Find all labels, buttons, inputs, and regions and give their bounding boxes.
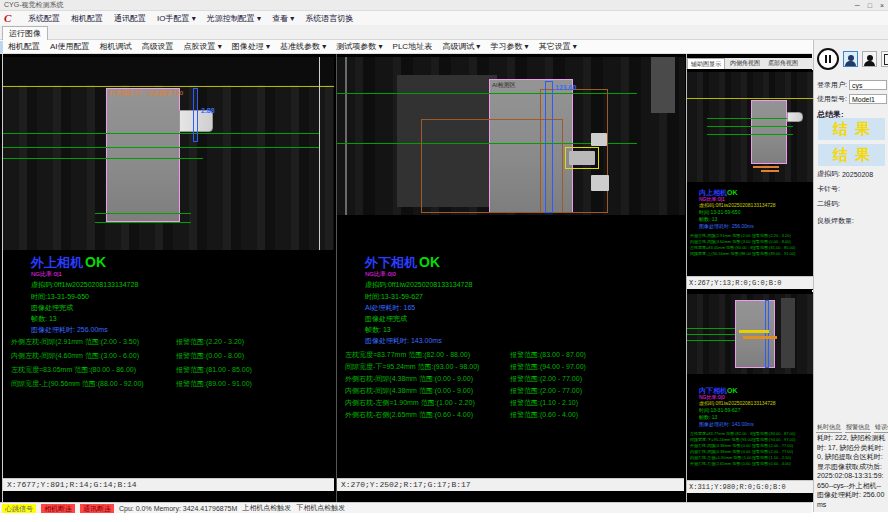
menu-language-switch[interactable]: 系统语言切换 xyxy=(305,13,353,24)
virtual-code-value: 20250208 xyxy=(842,171,873,178)
virtual-code-line: 虚拟码:0ff1iw20250208133134728 xyxy=(31,280,138,290)
comm-alarm-badge: 通讯断连 xyxy=(80,504,114,513)
menu-io-config[interactable]: IO手配置 ▾ xyxy=(157,13,196,24)
admin-user-button[interactable] xyxy=(862,51,877,67)
bottom-camera-trigger[interactable]: 下相机点检触发 xyxy=(296,503,345,513)
measurement-text: 间隙宽度-下=95.24mm 范围:(93.00 - 98.00) xyxy=(345,362,510,374)
measurement-row: 左枕宽度=83.05mm 范围:(80.00 - 86.00) 报警范围:(81… xyxy=(11,365,332,379)
preview-tab-strip: 辅助图显示 内侧角视图 底部角视图 xyxy=(687,58,813,69)
tab-inner-corner-view[interactable]: 内侧角视图 xyxy=(727,58,763,69)
measurement-row: 外侧右枕-右侧(2.65mm 范围:(0.60 - 4.00) 报警范围:(0.… xyxy=(345,410,682,422)
logout-button[interactable] xyxy=(881,51,888,67)
tab-timing-info[interactable]: 耗时信息 xyxy=(816,423,842,433)
inspected-part-region xyxy=(751,100,787,164)
tool-camera-config[interactable]: 相机配置 xyxy=(8,41,40,52)
inspected-part-region xyxy=(735,300,775,368)
alarm-range-text: 报警范围:(83.00 - 87.00) xyxy=(510,350,682,362)
measurement-row: 内侧右枕-左侧=1.90mm 范围:(1.00 - 2.20) 报警范围:(1.… xyxy=(345,398,682,410)
yellow-marker xyxy=(739,330,769,333)
time-line: 时间:13-31-59-650 xyxy=(31,292,89,302)
measurement-row: 外侧右枕-右侧(2.65mm 范围:(0.60 - 4.00)报警范围:(0.6… xyxy=(690,461,812,467)
menu-comm-config[interactable]: 通讯配置 xyxy=(114,13,146,24)
connector-part xyxy=(787,112,803,122)
tool-image-processing[interactable]: 图像处理 ▾ xyxy=(232,41,270,52)
measurement-row: 内侧左枕-间隙(4.60mm 范围:(3.00 - 6.00) 报警范围:(0.… xyxy=(11,351,332,365)
process-done-line: 图像处理完成 xyxy=(31,303,73,313)
heartbeat-badge: 心跳信号 xyxy=(2,504,36,513)
panel-outer-bottom-camera: AI检测区 123.60 外下相机OK NG比率:0|0 虚拟码:0ff1iw2 xyxy=(336,54,684,502)
tab-bottom-corner-view[interactable]: 底部角视图 xyxy=(765,58,801,69)
green-baseline xyxy=(3,158,203,159)
green-baseline xyxy=(707,134,793,135)
ng-ratio-note: NG比率:0|1 xyxy=(31,270,62,279)
good-board-count-label: 良板焊数量: xyxy=(817,216,854,226)
tab-alarm-info[interactable]: 报警信息 xyxy=(845,423,871,433)
measurement-text: 间隙宽度-上(90.56mm 范围:(88.00 - 92.00) xyxy=(11,379,176,393)
model-value[interactable]: Model1 xyxy=(849,94,887,104)
green-baseline xyxy=(707,126,793,127)
pause-button[interactable] xyxy=(817,48,839,70)
tab-strip: 运行图像 xyxy=(0,25,888,40)
tool-ai-config[interactable]: AI使用配置 xyxy=(50,41,90,52)
alarm-range-text: 报警范围:(2.20 - 3.20) xyxy=(176,337,332,351)
sidebar-buttons xyxy=(817,48,888,70)
tab-aux-view[interactable]: 辅助图显示 xyxy=(687,58,725,69)
preview-inner-bottom: 内下相机OK NG比率:0|0 虚拟码:0ff1iw20250208133134… xyxy=(687,292,813,502)
ai-region-label: AI检测区 xyxy=(492,81,516,90)
camera-viewport-outer-top[interactable]: 2.88 灯光阈值:93，动态阈值:100 xyxy=(3,57,334,250)
model-field: 使用型号: Model1 xyxy=(817,94,887,104)
measurement-row: 左枕宽度=83.77mm 范围:(82.00 - 88.00) 报警范围:(83… xyxy=(345,350,682,362)
elapsed-line: 图像处理耗时: 256.00ms xyxy=(699,223,754,229)
menu-light-config[interactable]: 光源控制配置 ▾ xyxy=(207,13,261,24)
camera-viewport-inner-top[interactable] xyxy=(687,72,813,182)
panel-outer-top-camera: 2.88 灯光阈值:93，动态阈值:100 外上相机OK NG比率:0|1 虚拟… xyxy=(2,54,334,502)
tool-test-params[interactable]: 测试项参数 ▾ xyxy=(336,41,382,52)
tool-learning-params[interactable]: 学习参数 ▾ xyxy=(490,41,528,52)
tool-plc-address-table[interactable]: PLC地址表 xyxy=(393,41,433,52)
tool-advanced-debug[interactable]: 高级调试 ▾ xyxy=(442,41,480,52)
process-done-line: 图像处理完成 xyxy=(365,314,407,324)
model-label: 使用型号: xyxy=(817,94,847,104)
alarm-range-text: 报警范围:(1.10 - 2.10) xyxy=(510,398,682,410)
tool-baseline-params[interactable]: 基准线参数 ▾ xyxy=(280,41,326,52)
bottom-status-bar: 心跳信号 相机断连 通讯断连 Cpu: 0.0% Memory: 3424.41… xyxy=(0,502,812,513)
menu-view[interactable]: 查看 ▾ xyxy=(272,13,294,24)
camera-viewport-outer-bottom[interactable]: AI检测区 123.60 xyxy=(337,57,685,215)
operator-user-button[interactable] xyxy=(843,51,858,67)
cpu-memory-status: Cpu: 0.0% Memory: 3424.41796875M xyxy=(119,505,237,512)
toolbar: 相机配置 AI使用配置 相机调试 高级设置 点胶设置 ▾ 图像处理 ▾ 基准线参… xyxy=(0,40,812,54)
virtual-code-field: 虚拟码: 20250208 xyxy=(817,169,873,179)
menu-camera-config[interactable]: 相机配置 xyxy=(71,13,103,24)
measurement-text: 外侧右枕-右侧(2.65mm 范围:(0.60 - 4.00) xyxy=(345,410,510,422)
menu-system-config[interactable]: 系统配置 xyxy=(28,13,60,24)
alarm-range-text: 报警范围:(0.60 - 4.00) xyxy=(510,410,682,422)
measurement-row: 外侧左枕-间隙(2.91mm 范围:(2.00 - 3.50) 报警范围:(2.… xyxy=(11,337,332,351)
machine-block xyxy=(651,57,675,113)
pin-number-label: 卡针号: xyxy=(817,184,840,194)
close-icon[interactable]: × xyxy=(880,2,884,9)
top-camera-trigger[interactable]: 上相机点检触发 xyxy=(242,503,291,513)
alarm-range-text: 报警范围:(2.00 - 77.00) xyxy=(510,386,682,398)
virtual-code-line: 虚拟码:0ff1iw20250208133134728 xyxy=(699,202,776,208)
ok-status: OK xyxy=(419,254,440,270)
camera-viewport-inner-bottom[interactable] xyxy=(687,294,813,374)
tab-error-info[interactable]: 错误信息 xyxy=(874,423,888,433)
virtual-code-line: 虚拟码:0ff1iw20250208133134728 xyxy=(365,280,472,290)
tool-dispense-settings[interactable]: 点胶设置 ▾ xyxy=(184,41,222,52)
measurement-row: 间隙宽度-上(90.56mm 范围:(88.00 - 92.00) 报警范围:(… xyxy=(11,379,332,393)
maximize-icon[interactable]: □ xyxy=(868,2,872,9)
tool-camera-debug[interactable]: 相机调试 xyxy=(100,41,132,52)
measurement-row: 外侧右枕-间隙(4.38mm 范围:(0.00 - 9.00) 报警范围:(2.… xyxy=(345,374,682,386)
login-user-value[interactable]: cys xyxy=(849,80,887,90)
tool-advanced-settings[interactable]: 高级设置 xyxy=(142,41,174,52)
tab-run-image[interactable]: 运行图像 xyxy=(2,26,48,40)
measurement-text: 左枕宽度=83.77mm 范围:(82.00 - 88.00) xyxy=(345,350,510,362)
camera-alarm-badge: 相机断连 xyxy=(41,504,75,513)
virtual-code-line: 虚拟码:0ff1iw20250208133134728 xyxy=(699,400,776,406)
minimize-icon[interactable]: ─ xyxy=(855,2,860,9)
measurement-row: 间隙宽度-下=95.24mm 范围:(93.00 - 98.00) 报警范围:(… xyxy=(345,362,682,374)
yellow-reference-line xyxy=(3,86,334,87)
user-icon xyxy=(867,55,873,61)
tool-other-settings[interactable]: 其它设置 ▾ xyxy=(539,41,577,52)
app-logo-icon: C xyxy=(4,13,17,24)
